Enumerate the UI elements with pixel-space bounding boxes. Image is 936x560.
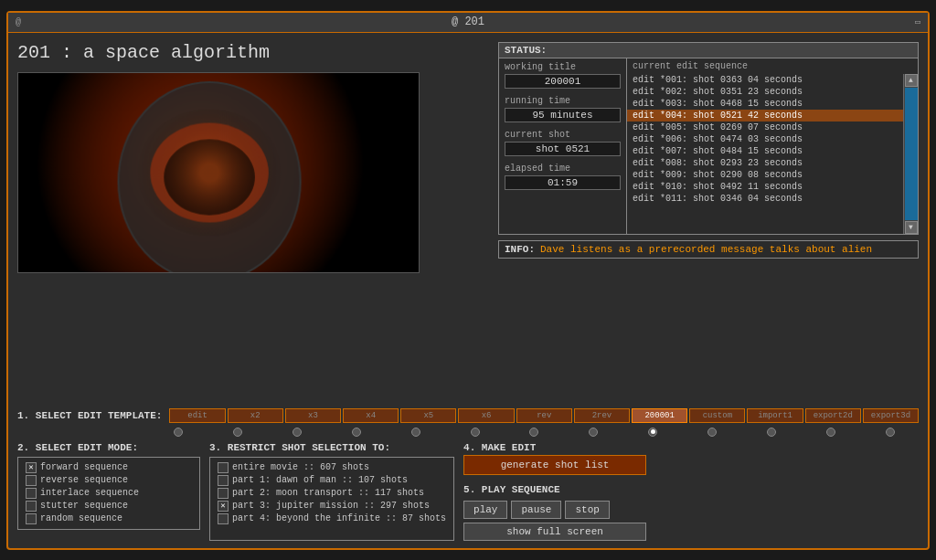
restrict-item[interactable]: part 2: moon transport :: 117 shots xyxy=(218,487,446,500)
template-button[interactable]: 2rev xyxy=(574,408,630,423)
edit-mode-label: 2. SELECT EDIT MODE: xyxy=(17,442,200,453)
status-box: STATUS: working title 200001 running tim… xyxy=(498,42,919,235)
scroll-up-button[interactable]: ▲ xyxy=(905,74,918,87)
restrict-label: 3. RESTRICT SHOT SELECTION TO: xyxy=(209,442,454,453)
template-button[interactable]: x5 xyxy=(400,408,456,423)
radio-row xyxy=(17,428,919,437)
template-radio[interactable] xyxy=(648,428,657,437)
elapsed-time-value: 01:59 xyxy=(505,175,621,190)
template-radio[interactable] xyxy=(826,428,835,437)
template-button[interactable]: x4 xyxy=(343,408,399,423)
edit-mode-checkbox[interactable]: ✕ xyxy=(26,462,37,473)
scroll-thumb[interactable] xyxy=(905,88,918,220)
sequence-list: edit *001: shot 0363 04 secondsedit *002… xyxy=(627,74,918,205)
generate-shot-list-button[interactable]: generate shot list xyxy=(463,455,646,475)
working-title-label: working title xyxy=(505,62,621,72)
restrict-option-label: part 4: beyond the infinite :: 87 shots xyxy=(232,513,446,523)
template-radio[interactable] xyxy=(411,428,420,437)
pause-button[interactable]: pause xyxy=(511,501,561,519)
template-button[interactable]: edit xyxy=(169,408,225,423)
status-fields: working title 200001 running time 95 min… xyxy=(499,58,627,234)
template-radio[interactable] xyxy=(886,428,895,437)
sequence-item[interactable]: edit *007: shot 0484 15 seconds xyxy=(627,145,918,157)
template-button[interactable]: export3d xyxy=(863,408,919,423)
current-shot-value: shot 0521 xyxy=(505,142,621,156)
template-button[interactable]: x3 xyxy=(285,408,341,423)
edit-mode-item[interactable]: interlace sequence xyxy=(26,487,192,500)
restrict-checkbox[interactable]: ✕ xyxy=(218,501,229,512)
running-time-label: running time xyxy=(505,96,621,106)
scroll-down-button[interactable]: ▼ xyxy=(905,221,918,234)
edit-mode-option-label: forward sequence xyxy=(40,462,128,472)
edit-mode-checkbox[interactable] xyxy=(26,475,37,486)
make-edit-section: 4. MAKE EDIT generate shot list xyxy=(463,442,646,475)
working-title-value: 200001 xyxy=(505,74,621,89)
template-radio[interactable] xyxy=(174,428,183,437)
make-edit-play-box: 4. MAKE EDIT generate shot list 5. PLAY … xyxy=(463,442,646,541)
template-radio[interactable] xyxy=(589,428,598,437)
template-radio[interactable] xyxy=(352,428,361,437)
sequence-item[interactable]: edit *010: shot 0492 11 seconds xyxy=(627,181,918,193)
edit-mode-checkbox[interactable] xyxy=(26,488,37,499)
resize-icon[interactable]: ▭ xyxy=(915,16,920,27)
restrict-checkbox[interactable] xyxy=(218,513,229,524)
template-buttons: editx2x3x4x5x6rev2rev200001customimport1… xyxy=(169,408,919,423)
edit-mode-option-label: random sequence xyxy=(40,513,122,523)
restrict-option-label: part 2: moon transport :: 117 shots xyxy=(232,488,424,498)
template-button[interactable]: x6 xyxy=(458,408,514,423)
window-title: @ 201 xyxy=(452,16,484,28)
sequence-header: current edit sequence xyxy=(627,58,918,74)
video-frame xyxy=(17,72,420,273)
restrict-item[interactable]: part 1: dawn of man :: 107 shots xyxy=(218,474,446,487)
show-full-screen-button[interactable]: show full screen xyxy=(463,523,646,541)
template-button[interactable]: rev xyxy=(516,408,572,423)
template-button[interactable]: custom xyxy=(689,408,745,423)
template-button[interactable]: import1 xyxy=(747,408,803,423)
template-radio[interactable] xyxy=(471,428,480,437)
restrict-option-label: entire movie :: 607 shots xyxy=(232,462,369,472)
sequence-list-wrapper: edit *001: shot 0363 04 secondsedit *002… xyxy=(627,74,918,234)
edit-mode-checkbox[interactable] xyxy=(26,513,37,524)
template-button[interactable]: x2 xyxy=(228,408,283,423)
running-time-field: running time 95 minutes xyxy=(505,96,621,122)
play-sequence-section: 5. PLAY SEQUENCE play pause stop show fu… xyxy=(463,484,646,541)
stop-button[interactable]: stop xyxy=(565,501,609,519)
restrict-item[interactable]: ✕part 3: jupiter mission :: 297 shots xyxy=(218,500,446,512)
edit-mode-item[interactable]: stutter sequence xyxy=(26,500,192,512)
sequence-item[interactable]: edit *003: shot 0468 15 seconds xyxy=(627,98,918,110)
sequence-item[interactable]: edit *002: shot 0351 23 seconds xyxy=(627,86,918,98)
sequence-item[interactable]: edit *008: shot 0293 23 seconds xyxy=(627,157,918,169)
template-radio[interactable] xyxy=(529,428,538,437)
sequence-item[interactable]: edit *004: shot 0521 42 seconds xyxy=(627,110,918,122)
sequence-item[interactable]: edit *001: shot 0363 04 seconds xyxy=(627,74,918,86)
current-shot-field: current shot shot 0521 xyxy=(505,130,621,156)
restrict-checkbox[interactable] xyxy=(218,475,229,486)
template-radio[interactable] xyxy=(767,428,776,437)
edit-mode-option-label: interlace sequence xyxy=(40,488,139,498)
template-button[interactable]: 200001 xyxy=(632,408,687,423)
lower-section: 2. SELECT EDIT MODE: ✕forward sequencere… xyxy=(17,442,919,541)
working-title-field: working title 200001 xyxy=(505,62,621,89)
restrict-item[interactable]: entire movie :: 607 shots xyxy=(218,461,446,474)
elapsed-time-field: elapsed time 01:59 xyxy=(505,164,621,190)
edit-mode-item[interactable]: ✕forward sequence xyxy=(26,461,192,474)
sequence-item[interactable]: edit *005: shot 0269 07 seconds xyxy=(627,122,918,133)
template-radio[interactable] xyxy=(233,428,242,437)
sequence-item[interactable]: edit *009: shot 0290 08 seconds xyxy=(627,169,918,181)
restrict-item[interactable]: part 4: beyond the infinite :: 87 shots xyxy=(218,512,446,525)
restrict-checkbox[interactable] xyxy=(218,488,229,499)
template-radio[interactable] xyxy=(707,428,717,437)
template-button[interactable]: export2d xyxy=(805,408,861,423)
app-title: 201 : a space algorithm xyxy=(17,42,489,63)
sequence-item[interactable]: edit *011: shot 0346 04 seconds xyxy=(627,193,918,205)
edit-mode-checkbox[interactable] xyxy=(26,501,37,512)
sequence-item[interactable]: edit *006: shot 0474 03 seconds xyxy=(627,133,918,145)
edit-mode-item[interactable]: random sequence xyxy=(26,512,192,525)
restrict-option-label: part 3: jupiter mission :: 297 shots xyxy=(232,501,430,511)
left-panel: 201 : a space algorithm xyxy=(17,42,489,399)
play-button[interactable]: play xyxy=(463,501,507,519)
restrict-checkbox[interactable] xyxy=(218,462,229,473)
template-radio[interactable] xyxy=(292,428,302,437)
edit-mode-section: 2. SELECT EDIT MODE: ✕forward sequencere… xyxy=(17,442,200,541)
edit-mode-item[interactable]: reverse sequence xyxy=(26,474,192,487)
